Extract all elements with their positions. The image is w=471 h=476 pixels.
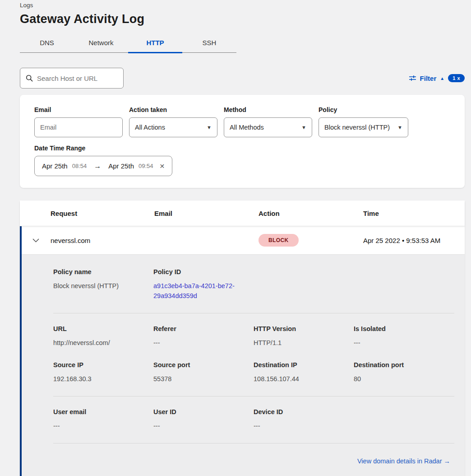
view-radar-link[interactable]: View domain details in Radar → — [357, 457, 450, 465]
tab-network[interactable]: Network — [74, 34, 128, 52]
daterange-label: Date Time Range — [34, 145, 450, 152]
device-id-value: --- — [254, 421, 354, 431]
detail-user-id: User ID --- — [153, 408, 254, 431]
user-id-label: User ID — [153, 408, 254, 415]
is-isolated-value: --- — [354, 338, 454, 348]
policy-filter-label: Policy — [319, 106, 408, 113]
detail-source-ip: Source IP 192.168.30.3 — [53, 361, 153, 384]
filter-sliders-icon[interactable] — [409, 75, 416, 82]
policy-filter-value: Block neverssl (HTTP) — [324, 124, 390, 131]
table-header-row: Request Email Action Time — [20, 201, 465, 226]
referer-label: Referer — [153, 325, 254, 332]
log-type-tabs: DNS Network HTTP SSH — [20, 34, 236, 53]
action-filter-label: Action taken — [129, 106, 217, 113]
gateway-activity-log-page: Logs Gateway Activity Log DNS Network HT… — [20, 0, 465, 476]
method-filter-label: Method — [224, 106, 312, 113]
filter-panel: Email Action taken All Actions ▼ Method … — [20, 95, 465, 188]
http-version-value: HTTP/1.1 — [254, 338, 354, 348]
detail-referer: Referer --- — [153, 325, 254, 348]
tab-dns[interactable]: DNS — [20, 34, 74, 52]
row-request: neverssl.com — [51, 237, 154, 244]
filter-count-badge[interactable]: 1 x — [448, 74, 465, 82]
destination-port-value: 80 — [354, 374, 454, 384]
expanded-row-region: neverssl.com BLOCK Apr 25 2022 • 9:53:53… — [20, 226, 465, 476]
method-filter-select[interactable]: All Methods ▼ — [224, 117, 312, 137]
details-divider — [53, 313, 454, 313]
url-label: URL — [53, 325, 153, 332]
destination-ip-label: Destination IP — [254, 361, 354, 369]
tab-http[interactable]: HTTP — [128, 34, 182, 52]
chevron-down-icon: ▼ — [301, 125, 306, 130]
detail-http-version: HTTP Version HTTP/1.1 — [254, 325, 354, 348]
chevron-down-icon: ▼ — [207, 125, 212, 130]
filter-field-daterange: Date Time Range Apr 25th 08:54 → Apr 25t… — [34, 145, 450, 176]
detail-destination-ip: Destination IP 108.156.107.44 — [254, 361, 354, 384]
policy-id-label: Policy ID — [153, 268, 254, 275]
details-divider — [53, 443, 454, 443]
email-filter-label: Email — [34, 106, 123, 113]
toolbar: Filter ▲ 1 x — [20, 68, 465, 89]
arrow-right-icon: → — [91, 162, 104, 170]
action-filter-select[interactable]: All Actions ▼ — [129, 117, 217, 137]
detail-policy-id: Policy ID a91c3eb4-ba7a-4201-be72-29a934… — [153, 268, 254, 301]
source-port-label: Source port — [153, 361, 254, 369]
detail-url: URL http://neverssl.com/ — [53, 325, 153, 348]
filter-field-policy: Policy Block neverssl (HTTP) ▼ — [319, 106, 408, 137]
daterange-clear-icon[interactable]: ✕ — [160, 163, 165, 170]
email-filter-input[interactable] — [34, 117, 123, 137]
table-row[interactable]: neverssl.com BLOCK Apr 25 2022 • 9:53:53… — [22, 226, 465, 255]
search-input[interactable] — [37, 75, 118, 82]
chevron-down-icon: ▼ — [397, 125, 402, 130]
policy-filter-select[interactable]: Block neverssl (HTTP) ▼ — [319, 117, 408, 137]
detail-destination-port: Destination port 80 — [354, 361, 454, 384]
filter-collapse-caret-icon[interactable]: ▲ — [440, 76, 444, 81]
row-details-panel: Policy name Block neverssl (HTTP) Policy… — [22, 255, 465, 476]
daterange-picker[interactable]: Apr 25th 08:54 → Apr 25th 09:54 ✕ — [34, 156, 172, 176]
detail-policy-name: Policy name Block neverssl (HTTP) — [53, 268, 153, 301]
search-box[interactable] — [20, 68, 124, 89]
filter-field-method: Method All Methods ▼ — [224, 106, 312, 137]
action-block-badge: BLOCK — [259, 234, 299, 247]
referer-value: --- — [153, 338, 254, 348]
tab-ssh[interactable]: SSH — [182, 34, 236, 52]
action-filter-value: All Actions — [135, 124, 165, 131]
daterange-end-time[interactable]: 09:54 — [139, 163, 153, 169]
device-id-label: Device ID — [254, 408, 354, 415]
policy-name-label: Policy name — [53, 268, 153, 275]
http-version-label: HTTP Version — [254, 325, 354, 332]
detail-user-email: User email --- — [53, 408, 153, 431]
source-ip-value: 192.168.30.3 — [53, 374, 153, 384]
detail-is-isolated: Is Isolated --- — [354, 325, 454, 348]
source-ip-label: Source IP — [53, 361, 153, 369]
detail-source-port: Source port 55378 — [153, 361, 254, 384]
detail-device-id: Device ID --- — [254, 408, 354, 431]
search-icon — [26, 75, 33, 82]
method-filter-value: All Methods — [230, 124, 264, 131]
daterange-start-day[interactable]: Apr 25th — [42, 162, 68, 170]
col-header-action: Action — [259, 210, 363, 217]
col-header-email: Email — [154, 210, 259, 217]
is-isolated-label: Is Isolated — [354, 325, 454, 332]
page-title: Gateway Activity Log — [20, 12, 465, 26]
url-value: http://neverssl.com/ — [53, 338, 153, 348]
filter-field-email: Email — [34, 106, 123, 137]
col-header-time: Time — [363, 210, 465, 217]
daterange-start-time[interactable]: 08:54 — [72, 163, 87, 169]
policy-id-link[interactable]: a91c3eb4-ba7a-4201-be72-29a934dd359d — [153, 281, 241, 301]
user-id-value: --- — [153, 421, 254, 431]
filter-field-action: Action taken All Actions ▼ — [129, 106, 217, 137]
col-header-request: Request — [51, 210, 154, 217]
filter-button[interactable]: Filter — [420, 75, 437, 82]
breadcrumb[interactable]: Logs — [20, 2, 465, 9]
row-expand-chevron-icon[interactable] — [22, 238, 51, 243]
destination-port-label: Destination port — [354, 361, 454, 369]
user-email-value: --- — [53, 421, 153, 431]
destination-ip-value: 108.156.107.44 — [254, 374, 354, 384]
activity-log-table: Request Email Action Time neverssl.com B… — [20, 201, 465, 476]
source-port-value: 55378 — [153, 374, 254, 384]
daterange-end-day[interactable]: Apr 25th — [108, 162, 134, 170]
policy-name-value: Block neverssl (HTTP) — [53, 281, 153, 291]
row-time: Apr 25 2022 • 9:53:53 AM — [363, 237, 465, 244]
details-divider — [53, 396, 454, 397]
user-email-label: User email — [53, 408, 153, 415]
